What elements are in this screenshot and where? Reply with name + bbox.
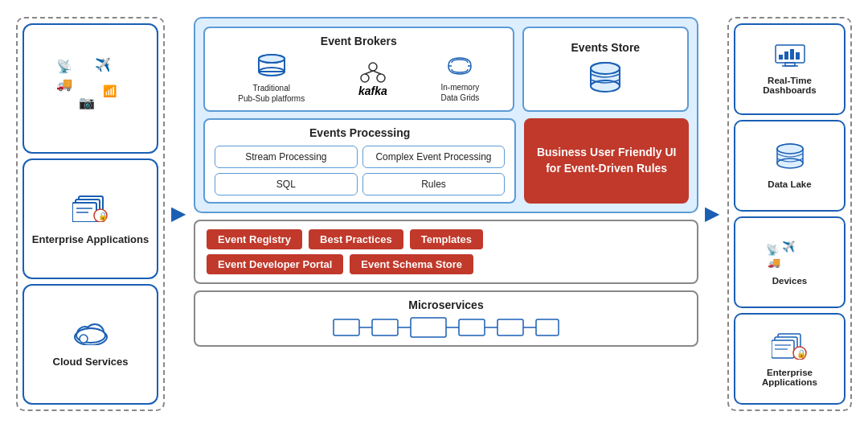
- event-brokers-box: Event Brokers: [203, 27, 514, 112]
- iot-devices-box: 📡 ✈️ 🚚 📷 📶: [23, 23, 158, 154]
- events-processing-box: Events Processing Stream Processing Comp…: [203, 118, 516, 204]
- event-registry-pill: Event Registry: [207, 229, 302, 249]
- arrow-right-icon: ▶: [171, 204, 185, 224]
- svg-rect-32: [334, 319, 359, 335]
- svg-rect-36: [411, 318, 446, 337]
- enterprise-apps-left-icon: 🔒: [72, 193, 109, 228]
- rules-cell: Rules: [362, 173, 506, 195]
- pub-sub-item: TraditionalPub-Sub platforms: [238, 54, 305, 104]
- svg-text:✈️: ✈️: [782, 240, 796, 253]
- svg-rect-42: [536, 319, 559, 335]
- best-practices-pill: Best Practices: [309, 229, 403, 249]
- svg-point-21: [369, 63, 377, 71]
- real-time-dashboards-icon: [774, 43, 806, 72]
- left-center-arrow: ▶: [171, 17, 187, 411]
- events-processing-title: Events Processing: [215, 126, 505, 139]
- microservices-title: Microservices: [408, 298, 483, 311]
- enterprise-apps-left-label: Enterprise Applications: [32, 233, 149, 245]
- svg-point-31: [591, 63, 620, 74]
- svg-text:🚚: 🚚: [768, 256, 781, 268]
- in-memory-label: In-memoryData Grids: [440, 82, 479, 103]
- devices-label: Devices: [772, 276, 807, 286]
- business-ui-box: Business User Friendly UI for Event-Driv…: [524, 118, 689, 204]
- templates-pill: Templates: [410, 229, 483, 249]
- enterprise-apps-right-icon: 🔒: [772, 331, 809, 364]
- svg-rect-46: [779, 55, 783, 60]
- svg-point-16: [80, 335, 88, 343]
- data-lake-box: Data Lake: [734, 120, 845, 212]
- svg-rect-38: [459, 319, 485, 335]
- top-row: Event Brokers: [203, 27, 689, 112]
- in-memory-icon: [445, 55, 474, 79]
- svg-text:📶: 📶: [103, 84, 117, 98]
- events-store-title: Events Store: [571, 41, 641, 54]
- data-lake-icon: [773, 142, 807, 176]
- in-memory-item: In-memoryData Grids: [440, 55, 479, 103]
- svg-point-53: [777, 144, 803, 154]
- cloud-services-label: Cloud Services: [53, 356, 129, 368]
- pub-sub-icon: [256, 54, 287, 80]
- kafka-text: kafka: [358, 84, 387, 97]
- main-diagram: 📡 ✈️ 🚚 📷 📶: [8, 9, 860, 419]
- right-outer-container: Real-Time Dashboards Data Lake: [727, 17, 852, 411]
- kafka-item: kafka: [358, 60, 387, 97]
- svg-line-24: [365, 71, 373, 74]
- event-brokers-title: Event Brokers: [215, 35, 503, 47]
- svg-text:🔒: 🔒: [796, 348, 807, 359]
- microservices-icons: [326, 316, 567, 339]
- svg-point-20: [259, 55, 285, 63]
- svg-text:📷: 📷: [79, 95, 95, 110]
- data-lake-label: Data Lake: [768, 179, 811, 189]
- broker-items: TraditionalPub-Sub platforms: [215, 54, 503, 104]
- svg-point-23: [377, 74, 385, 82]
- main-event-container: Event Brokers: [194, 17, 698, 213]
- svg-rect-49: [796, 52, 800, 60]
- registry-row: Event Registry Best Practices Templates …: [194, 220, 698, 284]
- devices-box: 📡 ✈️ 🚚 Devices: [734, 216, 845, 308]
- right-column: Real-Time Dashboards Data Lake: [727, 17, 852, 411]
- enterprise-apps-right-box: 🔒 Enterprise Applications: [734, 313, 845, 405]
- dev-portal-pill: Event Developer Portal: [207, 254, 343, 274]
- registry-pills-row2: Event Developer Portal Event Schema Stor…: [207, 254, 686, 274]
- svg-rect-40: [497, 319, 523, 335]
- svg-rect-34: [372, 319, 398, 335]
- real-time-dashboards-label: Real-Time Dashboards: [740, 76, 839, 95]
- svg-rect-47: [784, 51, 788, 60]
- kafka-icon: kafka: [358, 60, 387, 97]
- pub-sub-label: TraditionalPub-Sub platforms: [238, 83, 305, 104]
- svg-text:🔒: 🔒: [98, 211, 108, 221]
- business-ui-label: Business User Friendly UI for Event-Driv…: [534, 145, 679, 176]
- schema-store-pill: Event Schema Store: [350, 254, 473, 274]
- svg-text:📡: 📡: [766, 243, 780, 257]
- stream-processing-cell: Stream Processing: [215, 146, 358, 168]
- cloud-services-icon: [72, 321, 109, 352]
- iot-devices-icon: 📡 ✈️ 🚚 📷 📶: [55, 55, 127, 117]
- arrow-right-icon-2: ▶: [705, 204, 719, 224]
- cep-cell: Complex Event Processing: [362, 146, 506, 168]
- devices-icon: 📡 ✈️ 🚚: [766, 239, 814, 273]
- svg-text:🚚: 🚚: [56, 76, 72, 92]
- left-outer-container: 📡 ✈️ 🚚 📷 📶: [16, 17, 165, 411]
- svg-point-22: [361, 74, 369, 82]
- enterprise-apps-left-box: 🔒 Enterprise Applications: [23, 158, 158, 279]
- registry-pills-row1: Event Registry Best Practices Templates: [207, 229, 686, 249]
- svg-text:📡: 📡: [56, 59, 72, 74]
- left-column: 📡 ✈️ 🚚 📷 📶: [16, 17, 165, 411]
- processing-grid: Stream Processing Complex Event Processi…: [215, 146, 505, 195]
- center-right-arrow: ▶: [705, 17, 721, 411]
- processing-row: Events Processing Stream Processing Comp…: [203, 118, 689, 204]
- cloud-services-box: Cloud Services: [23, 284, 158, 405]
- events-store-icon: [587, 60, 624, 97]
- svg-line-25: [373, 71, 381, 74]
- real-time-dashboards-box: Real-Time Dashboards: [734, 23, 845, 115]
- svg-point-30: [591, 80, 620, 92]
- svg-rect-48: [790, 49, 794, 60]
- microservices-box: Microservices: [194, 290, 698, 347]
- sql-cell: SQL: [215, 173, 358, 195]
- enterprise-apps-right-label: Enterprise Applications: [740, 368, 839, 387]
- center-column: Event Brokers: [194, 17, 698, 411]
- events-store-box: Events Store: [522, 27, 689, 112]
- svg-text:✈️: ✈️: [95, 57, 111, 72]
